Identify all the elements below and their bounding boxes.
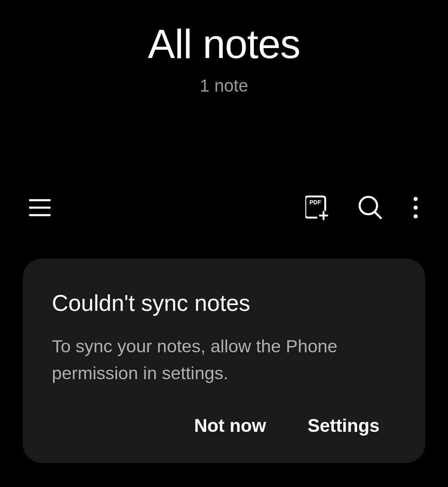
svg-point-10: [414, 214, 418, 218]
search-button[interactable]: [354, 191, 387, 225]
svg-point-8: [414, 197, 418, 201]
search-icon: [358, 196, 382, 221]
more-options-button[interactable]: [408, 192, 423, 224]
toolbar: PDF: [0, 191, 448, 225]
menu-button[interactable]: [25, 194, 55, 222]
settings-button[interactable]: Settings: [307, 411, 380, 440]
sync-card-actions: Not now Settings: [52, 411, 396, 440]
svg-text:PDF: PDF: [309, 199, 321, 206]
sync-card-title: Couldn't sync notes: [52, 290, 396, 316]
hamburger-icon: [29, 199, 51, 218]
note-count-label: 1 note: [0, 76, 448, 96]
pdf-import-button[interactable]: PDF: [301, 191, 333, 225]
sync-error-card: Couldn't sync notes To sync your notes, …: [23, 259, 425, 463]
svg-line-7: [375, 212, 381, 218]
page-title: All notes: [0, 21, 448, 68]
more-vertical-icon: [412, 196, 419, 220]
sync-card-message: To sync your notes, allow the Phone perm…: [52, 333, 396, 386]
svg-point-9: [414, 206, 418, 210]
pdf-import-icon: PDF: [305, 195, 329, 221]
not-now-button[interactable]: Not now: [194, 411, 266, 440]
